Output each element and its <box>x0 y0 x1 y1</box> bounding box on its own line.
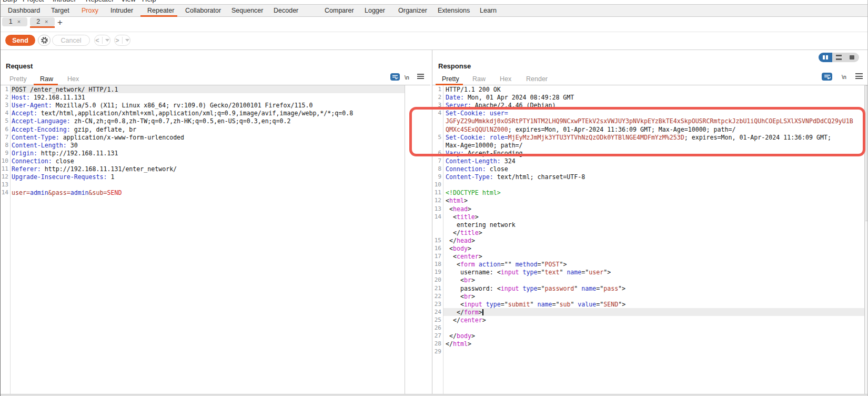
request-editor[interactable]: 1POST /enter_network/ HTTP/1.12Host: 192… <box>0 85 405 394</box>
request-line-7[interactable]: 7Content-Type: application/x-www-form-ur… <box>0 133 405 141</box>
tab-target[interactable]: Target <box>51 5 69 16</box>
response-line-wrap[interactable]: </title> <box>432 229 864 236</box>
response-line-11[interactable]: 11<!DOCTYPE html> <box>432 189 864 196</box>
request-line-2[interactable]: 2Host: 192.168.11.131 <box>0 93 405 101</box>
response-line-wrap[interactable]: entering network <box>432 221 864 229</box>
prev-response-button[interactable]: < <box>94 35 110 46</box>
response-line-7[interactable]: 7Content-Length: 324 <box>432 157 864 165</box>
response-line-21[interactable]: 21 password: <input type="password" name… <box>432 284 864 292</box>
response-line-26[interactable]: 26 <box>432 324 864 332</box>
tab-comparer[interactable]: Comparer <box>325 5 354 16</box>
editor-menu-icon[interactable] <box>417 74 424 79</box>
layout-rows-button[interactable] <box>832 53 846 62</box>
response-line-22[interactable]: 22 <br> <box>432 292 864 300</box>
code-text: username: <input type="text" name="user"… <box>446 269 611 276</box>
word-wrap-icon[interactable] <box>822 73 832 81</box>
next-response-button[interactable]: > <box>114 35 130 46</box>
code-text: Accept: text/html,application/xhtml+xml,… <box>12 110 353 117</box>
code-text: Origin: http://192.168.11.131 <box>12 150 118 157</box>
response-line-28[interactable]: 28</html> <box>432 340 864 348</box>
tab-repeater[interactable]: Repeater <box>147 5 174 16</box>
tab-organizer[interactable]: Organizer <box>398 5 427 16</box>
response-line-9[interactable]: 9Content-Type: text/html; charset=UTF-8 <box>432 173 864 181</box>
request-line-9[interactable]: 9Origin: http://192.168.11.131 <box>0 149 405 157</box>
response-line-19[interactable]: 19 username: <input type="text" name="us… <box>432 268 864 276</box>
line-number: 14 <box>432 213 441 220</box>
close-tab-icon[interactable]: × <box>45 18 48 25</box>
view-tab-render[interactable]: Render <box>526 75 548 83</box>
line-number: 23 <box>432 301 441 308</box>
request-line-11[interactable]: 11Referer: http://192.168.11.131/enter_n… <box>0 165 405 173</box>
selected-tab-underline <box>30 26 55 28</box>
view-tab-hex[interactable]: Hex <box>67 75 79 83</box>
editor-menu-icon[interactable] <box>855 73 863 79</box>
newline-toggle[interactable]: \n <box>405 74 409 81</box>
response-line-18[interactable]: 18 <form action="" method="POST"> <box>432 260 864 268</box>
request-line-1[interactable]: 1POST /enter_network/ HTTP/1.1 <box>0 85 405 93</box>
view-tab-raw[interactable]: Raw <box>472 75 486 83</box>
response-line-1[interactable]: 1HTTP/1.1 200 OK <box>432 85 864 93</box>
response-line-20[interactable]: 20 <br> <box>432 276 864 284</box>
response-panel-title: Response <box>438 62 471 70</box>
send-button[interactable]: Send <box>5 35 35 46</box>
view-tab-pretty[interactable]: Pretty <box>442 75 459 83</box>
response-line-10[interactable]: 10 <box>432 181 864 189</box>
request-line-5[interactable]: 5Accept-Language: zh-CN,zh;q=0.8,zh-TW;q… <box>0 117 405 125</box>
settings-gear-button[interactable] <box>38 35 51 46</box>
menu-view[interactable]: View <box>121 0 136 4</box>
word-wrap-icon[interactable] <box>390 73 400 81</box>
cancel-button[interactable]: Cancel <box>52 35 90 46</box>
request-line-10[interactable]: 10Connection: close <box>0 157 405 165</box>
response-line-12[interactable]: 12<html> <box>432 196 864 204</box>
request-line-6[interactable]: 6Accept-Encoding: gzip, deflate, br <box>0 125 405 133</box>
menu-intruder[interactable]: Intruder <box>53 0 76 4</box>
response-line-23[interactable]: 23 <input type="submit" name="sub" value… <box>432 300 864 308</box>
menu-burp[interactable]: Burp <box>3 0 17 4</box>
tab-logger[interactable]: Logger <box>365 5 385 16</box>
tab-extensions[interactable]: Extensions <box>438 5 470 16</box>
tab-proxy[interactable]: Proxy <box>82 5 98 16</box>
newline-toggle[interactable]: \n <box>842 74 846 80</box>
new-tab-button[interactable]: + <box>57 17 63 28</box>
response-line-15[interactable]: 15 </head> <box>432 236 864 244</box>
tab-learn[interactable]: Learn <box>480 5 497 16</box>
menu-help[interactable]: Help <box>142 0 156 4</box>
response-line-16[interactable]: 16 <body> <box>432 244 864 252</box>
request-line-14[interactable]: 14user=admin&pass=admin&sub=SEND <box>0 189 405 196</box>
tab-intruder[interactable]: Intruder <box>110 5 133 16</box>
response-line-25[interactable]: 25 </center> <box>432 316 864 324</box>
code-text: </head> <box>446 237 475 244</box>
menu-repeater[interactable]: Repeater <box>86 0 114 4</box>
response-line-17[interactable]: 17 <center> <box>432 252 864 260</box>
panel-divider[interactable] <box>432 50 432 396</box>
view-tab-hex[interactable]: Hex <box>500 75 511 83</box>
menu-bar: BurpProjectIntruderRepeaterViewHelp <box>0 0 868 5</box>
layout-columns-button[interactable] <box>819 53 832 62</box>
view-tab-raw[interactable]: Raw <box>40 75 53 83</box>
code-text: </body> <box>446 332 475 340</box>
response-line-8[interactable]: 8Connection: close <box>432 165 864 173</box>
tab-collaborator[interactable]: Collaborator <box>185 5 221 16</box>
response-line-24[interactable]: 24 </form> <box>432 308 864 316</box>
repeater-tab-2[interactable]: 2× <box>30 17 55 26</box>
layout-single-button[interactable] <box>845 53 859 62</box>
request-line-4[interactable]: 4Accept: text/html,application/xhtml+xml… <box>0 109 405 117</box>
tab-decoder[interactable]: Decoder <box>274 5 298 16</box>
request-line-13[interactable]: 13 <box>0 181 405 189</box>
response-line-13[interactable]: 13 <head> <box>432 205 864 213</box>
response-line-2[interactable]: 2Date: Mon, 01 Apr 2024 08:49:28 GMT <box>432 93 864 101</box>
request-line-3[interactable]: 3User-Agent: Mozilla/5.0 (X11; Linux x86… <box>0 101 405 109</box>
menu-project[interactable]: Project <box>23 0 44 4</box>
code-text: </title> <box>446 229 482 236</box>
close-tab-icon[interactable]: × <box>17 18 21 25</box>
view-tab-pretty[interactable]: Pretty <box>9 75 27 83</box>
response-line-27[interactable]: 27 </body> <box>432 332 864 340</box>
response-line-14[interactable]: 14 <title> <box>432 213 864 221</box>
line-number: 13 <box>0 181 8 188</box>
request-line-12[interactable]: 12Upgrade-Insecure-Requests: 1 <box>0 173 405 181</box>
response-line-29[interactable]: 29 <box>432 348 864 355</box>
tab-sequencer[interactable]: Sequencer <box>231 5 263 16</box>
request-line-8[interactable]: 8Content-Length: 30 <box>0 141 405 149</box>
tab-dashboard[interactable]: Dashboard <box>8 5 40 16</box>
repeater-tab-1[interactable]: 1× <box>2 17 27 26</box>
